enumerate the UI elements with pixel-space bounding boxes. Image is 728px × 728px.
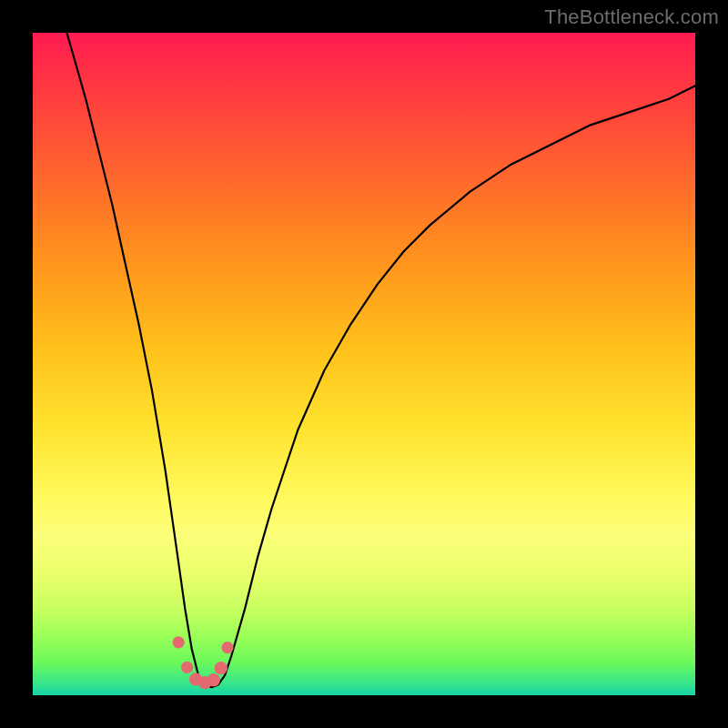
watermark-text: TheBottleneck.com [544,5,719,29]
chart-frame: TheBottleneck.com [0,0,728,728]
dot-6 [215,662,228,674]
dot-5 [207,673,220,686]
dot-1 [173,636,185,648]
dot-2 [181,662,193,673]
chart-svg [33,33,695,695]
dot-7 [221,642,233,653]
bottleneck-curve [46,0,695,687]
plot-area [33,33,695,695]
data-points [173,636,234,689]
